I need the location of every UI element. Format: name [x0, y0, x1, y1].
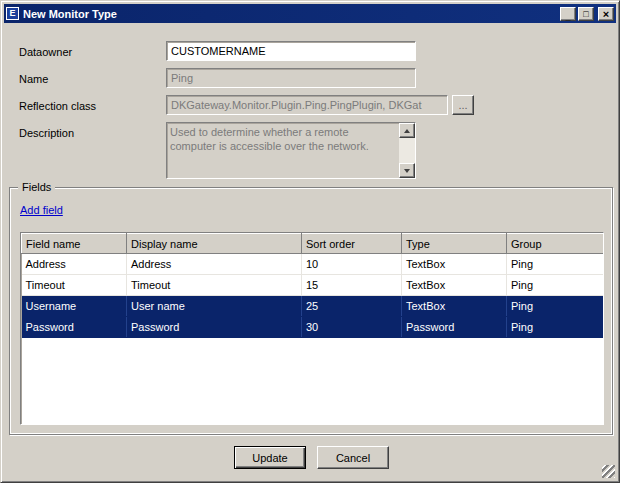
cell-sort-order: 25: [302, 296, 402, 317]
window-title: New Monitor Type: [23, 8, 560, 20]
cell-sort-order: 30: [302, 317, 402, 338]
column-header-group[interactable]: Group: [507, 234, 605, 254]
minimize-button[interactable]: _: [560, 7, 576, 21]
cell-sort-order: 10: [302, 254, 402, 275]
cell-display-name: Timeout: [127, 275, 302, 296]
cell-type: TextBox: [402, 296, 507, 317]
fields-groupbox: Fields Add field Field name Display name…: [9, 187, 613, 435]
title-bar[interactable]: E New Monitor Type _ □ ×: [4, 4, 616, 23]
name-input[interactable]: [166, 68, 416, 88]
table-header-row: Field name Display name Sort order Type …: [22, 234, 605, 254]
cell-group: Ping: [507, 275, 605, 296]
fields-table: Field name Display name Sort order Type …: [20, 232, 604, 425]
cell-group: Ping: [507, 296, 605, 317]
maximize-icon: □: [583, 9, 588, 19]
description-label: Description: [19, 127, 74, 139]
scroll-down-button[interactable]: [399, 163, 415, 178]
table-row[interactable]: Address Address 10 TextBox Ping: [22, 254, 605, 275]
cell-field-name: Username: [22, 296, 127, 317]
column-header-sort-order[interactable]: Sort order: [302, 234, 402, 254]
description-textarea[interactable]: Used to determine whether a remote compu…: [166, 122, 416, 179]
close-icon: ×: [603, 8, 609, 20]
cell-display-name: Password: [127, 317, 302, 338]
column-header-type[interactable]: Type: [402, 234, 507, 254]
arrow-down-icon: [404, 169, 410, 173]
dataowner-input[interactable]: [166, 41, 416, 61]
cell-group: Ping: [507, 254, 605, 275]
description-text: Used to determine whether a remote compu…: [170, 125, 396, 153]
cell-type: Password: [402, 317, 507, 338]
column-header-display-name[interactable]: Display name: [127, 234, 302, 254]
scroll-up-button[interactable]: [399, 123, 415, 138]
browse-button[interactable]: ...: [452, 95, 474, 115]
cancel-button[interactable]: Cancel: [317, 446, 389, 469]
column-header-field-name[interactable]: Field name: [22, 234, 127, 254]
app-icon: E: [6, 7, 19, 20]
table-row[interactable]: Timeout Timeout 15 TextBox Ping: [22, 275, 605, 296]
cell-display-name: User name: [127, 296, 302, 317]
add-field-link[interactable]: Add field: [20, 204, 63, 216]
name-label: Name: [19, 73, 48, 85]
update-button[interactable]: Update: [234, 446, 306, 469]
resize-grip-icon[interactable]: [602, 465, 615, 478]
cell-field-name: Password: [22, 317, 127, 338]
cell-field-name: Timeout: [22, 275, 127, 296]
cell-display-name: Address: [127, 254, 302, 275]
close-button[interactable]: ×: [598, 7, 614, 21]
table-row[interactable]: Username User name 25 TextBox Ping: [22, 296, 605, 317]
dataowner-label: Dataowner: [19, 46, 72, 58]
reflection-class-label: Reflection class: [19, 100, 96, 112]
maximize-button[interactable]: □: [578, 7, 594, 21]
cell-type: TextBox: [402, 254, 507, 275]
cell-field-name: Address: [22, 254, 127, 275]
reflection-class-input[interactable]: [166, 95, 448, 115]
cell-sort-order: 15: [302, 275, 402, 296]
dialog-window: E New Monitor Type _ □ × Dataowner Name …: [0, 0, 620, 483]
scroll-track[interactable]: [399, 138, 415, 163]
arrow-up-icon: [404, 129, 410, 133]
cell-group: Ping: [507, 317, 605, 338]
table-row[interactable]: Password Password 30 Password Ping: [22, 317, 605, 338]
fields-groupbox-title: Fields: [18, 181, 55, 193]
description-scrollbar[interactable]: [399, 123, 415, 178]
minimize-icon: _: [565, 12, 570, 22]
cell-type: TextBox: [402, 275, 507, 296]
